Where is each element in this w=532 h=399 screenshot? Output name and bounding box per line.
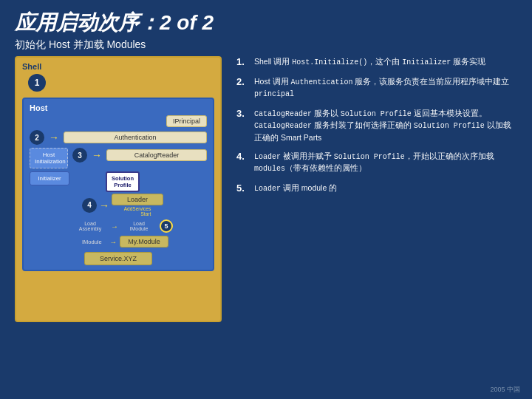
note-4-text: Loader 被调用并赋予 Solution Profile，开始以正确的次序加… (254, 151, 517, 175)
imodule-label: IModule (77, 239, 106, 245)
service-row: Service.XYZ (30, 252, 207, 265)
note-4: 4. Loader 被调用并赋予 Solution Profile，开始以正确的… (236, 151, 517, 175)
note-1-text: Shell 调用 Host.Initialize()，这个由 Initializ… (254, 56, 485, 69)
main-content: Shell 1 Host IPrincipal 2 → Authenticati… (0, 56, 532, 322)
note-2-num: 2. (236, 76, 248, 100)
note-2: 2. Host 调用 Authentication 服务，该服务负责在当前应用程… (236, 76, 517, 100)
note-3: 3. CatalogReader 服务以 Solution Profile 返回… (236, 108, 517, 143)
host-label: Host (30, 103, 207, 112)
iprincipal-box: IPrincipal (166, 115, 207, 127)
solution-profile-label: Solution Profile (112, 175, 134, 188)
shell-box: Shell 1 Host IPrincipal 2 → Authenticati… (15, 56, 222, 322)
note-5-text: Loader 调用 module 的 (254, 183, 337, 195)
diagram-area: Shell 1 Host IPrincipal 2 → Authenticati… (15, 56, 222, 322)
step-4-circle: 4 (82, 198, 97, 213)
page-subtitle: 初始化 Host 并加载 Modules (15, 38, 517, 52)
authentication-box: Authentication (64, 132, 207, 143)
imodule-row: IModule → My.Module (77, 236, 168, 248)
catalog-reader-box: CatalogReader (106, 149, 207, 161)
host-init-box: Host Initialization (30, 148, 68, 168)
shell-label: Shell (22, 62, 214, 71)
loader-box: Loader (112, 194, 163, 205)
host-init-label: Host Initialization (35, 151, 66, 165)
step-2-circle: 2 (30, 130, 44, 145)
page-title: 应用启动次序：2 of 2 (15, 9, 517, 37)
host-box: Host IPrincipal 2 → Authentication Host … (22, 98, 214, 271)
load-imodule-label: Load IModule (121, 221, 157, 231)
arrow-right-4: → (99, 200, 109, 211)
step-1-circle: 1 (28, 74, 46, 92)
footer-text: 2005 中国 (490, 386, 520, 393)
note-3-num: 3. (236, 108, 248, 143)
note-3-text: CatalogReader 服务以 Solution Profile 返回基本模… (254, 108, 517, 143)
initializer-box: Initializer (30, 171, 69, 185)
host-init-area: Host Initialization 3 → CatalogReader (30, 148, 207, 168)
arrow-right-5: → (111, 222, 118, 231)
step3-row: 3 → CatalogReader (72, 148, 207, 163)
step-3-circle: 3 (72, 148, 87, 163)
footer: 2005 中国 (490, 385, 520, 395)
note-5-num: 5. (236, 183, 248, 195)
iprincipal-row: IPrincipal (30, 115, 207, 127)
header: 应用启动次序：2 of 2 初始化 Host 并加载 Modules (0, 0, 532, 56)
arrow-right-3: → (92, 149, 102, 161)
arrow-right-6: → (109, 238, 117, 246)
middle-area: Initializer Solution Profile 4 → Loader … (30, 171, 207, 248)
text-area: 1. Shell 调用 Host.Initialize()，这个由 Initia… (233, 56, 517, 322)
note-1-num: 1. (236, 56, 248, 69)
service-xyz-box: Service.XYZ (84, 252, 152, 265)
step2-row: 2 → Authentication (30, 130, 207, 145)
mymodule-box: My.Module (120, 236, 168, 248)
load-row: Load Assembly → Load IModule 5 (72, 219, 173, 233)
note-1: 1. Shell 调用 Host.Initialize()，这个由 Initia… (236, 56, 517, 69)
loader-col: Loader AddServices Start (112, 194, 163, 216)
add-services-label: AddServices Start (124, 206, 151, 216)
load-assembly-label: Load Assembly (72, 221, 108, 231)
note-2-text: Host 调用 Authentication 服务，该服务负责在当前应用程序域中… (254, 76, 517, 100)
note-4-num: 4. (236, 151, 248, 175)
arrow-right-2: → (49, 132, 59, 143)
note-5: 5. Loader 调用 module 的 (236, 183, 517, 195)
step-5-circle: 5 (160, 219, 173, 233)
solution-profile-box: Solution Profile (106, 171, 140, 192)
